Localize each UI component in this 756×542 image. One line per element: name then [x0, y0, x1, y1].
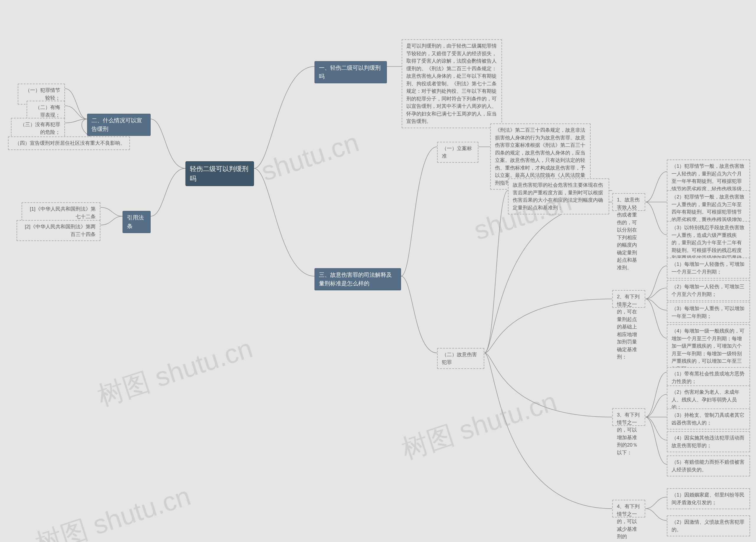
watermark: 树图 shutu.cn — [31, 478, 195, 542]
group-4-item-2: （2）因激情、义愤故意伤害犯罪的。 — [667, 515, 750, 536]
group-3-item-3: （3）持枪支、管制刀具或者其它凶器伤害他人的； — [667, 408, 750, 429]
root-node[interactable]: 轻伤二级可以判缓刑吗 — [185, 161, 254, 186]
group-2-item-2: （2）每增加一人轻伤，可增加三个月至六个月刑期； — [667, 280, 750, 301]
branch-2[interactable]: 二、什么情况可以宣告缓刑 — [87, 114, 151, 136]
branch-2-item-3: （三）没有再犯罪的危险； — [11, 118, 65, 139]
branch-3[interactable]: 三、故意伤害罪的司法解释及量刑标准是怎么样的 — [315, 268, 401, 290]
watermark: shutu.cn — [258, 127, 362, 187]
group-4-item-1: （1）因婚姻家庭、邻里纠纷等民间矛盾激化引发的； — [667, 488, 750, 509]
group-2-item-1: （1）每增加一人轻微伤，可增加一个月至二个月刑期； — [667, 258, 750, 279]
branch-2-item-4: （四）宣告缓刑对所居住社区没有重大不良影响。 — [8, 136, 130, 150]
group-3-item-5: （5）有赔偿能力而拒不赔偿被害人经济损失的。 — [667, 455, 750, 476]
law-item-2: [2]《中华人民共和国刑法》第两百三十四条 — [17, 220, 100, 241]
laws-branch[interactable]: 引用法条 — [123, 211, 151, 233]
branch-1[interactable]: 一、轻伤二级可以判缓刑吗 — [315, 61, 387, 83]
group-3: 3、有下列情节之一的，可以增加基准刑的20％以下： — [612, 408, 645, 426]
branch-1-detail: 是可以判缓刑的，由于轻伤二级属犯罪情节较轻的，又赔偿了受害人的经济损失，取得了受… — [402, 39, 502, 128]
group-2-item-3: （3）每增加一人重伤，可以增加一年至二年刑期； — [667, 302, 750, 323]
sec-1: （一）立案标准 — [437, 142, 478, 163]
watermark: 树图 shutu.cn — [93, 331, 257, 415]
sec-2-intro: 故意伤害犯罪的社会危害性主要体现在伤害后果的严重程度方面，量刑时可以根据伤害后果… — [508, 178, 609, 214]
group-3-item-1: （1）带有黑社会性质或地方恶势力性质的； — [667, 367, 750, 388]
group-2: 2、有下列情形之一的，可在量刑起点的基础上相应地增加刑罚量确定基准刑： — [612, 290, 645, 308]
group-3-item-4: （4）因实施其他违法犯罪活动而故意伤害犯罪的； — [667, 431, 750, 452]
watermark: 树图 shutu.cn — [397, 384, 561, 468]
group-1: 1、故意伤害致人轻伤或者重伤的，可以分别在下列相应的幅度内确定量刑起点和基准刑。 — [612, 193, 645, 211]
sec-2: （二）故意伤害犯罪 — [437, 348, 484, 369]
group-4: 4、有下列情节之一的，可以减少基准刑的10％-30％： — [612, 500, 645, 517]
